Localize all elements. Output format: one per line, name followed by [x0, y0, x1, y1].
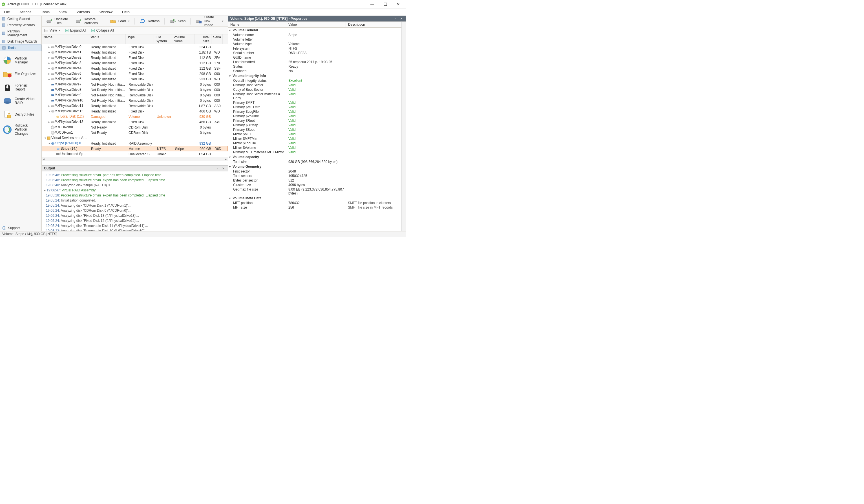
prop-column-value[interactable]: Value [286, 22, 346, 27]
scan-button[interactable]: Scan [166, 17, 189, 25]
restore-partitions-button[interactable]: Restore Partitions [72, 16, 103, 26]
prop-group[interactable]: ▾Volume Meta Data [228, 196, 401, 201]
tree-row[interactable]: ▸\\.\PhysicalDrive11Ready, InitializedRe… [42, 103, 228, 109]
tree-row[interactable]: \\.\PhysicalDrive7Not Ready, Not Initial… [42, 82, 228, 87]
expander-icon[interactable]: ▸ [47, 77, 51, 81]
create-disk-image-button[interactable]: Create Disk Image ▾ [192, 14, 227, 28]
tree-row[interactable]: Unallocated SpaceUnallocated SpaceUnallo… [42, 151, 228, 157]
undelete-files-button[interactable]: Undelete Files [43, 16, 71, 26]
menu-actions[interactable]: Actions [18, 9, 33, 15]
tree-row[interactable]: \\.\PhysicalDrive10Not Ready, Not Initia… [42, 98, 228, 103]
nav-getting-started[interactable]: Getting Started [0, 16, 41, 22]
tree-row[interactable]: ▸\\.\PhysicalDrive5Ready, InitializedFix… [42, 71, 228, 76]
nav-recovery-wizards[interactable]: Recovery Wizards [0, 22, 41, 28]
hdd-icon [51, 56, 55, 60]
minimize-button[interactable]: — [366, 0, 379, 8]
tree-row[interactable]: ▸\\.\PhysicalDrive13Ready, InitializedFi… [42, 119, 228, 124]
tree-row[interactable]: ▸\\.\PhysicalDrive1Ready, InitializedFix… [42, 50, 228, 55]
column-volume-name[interactable]: Volume Name [172, 34, 194, 44]
tool-suit[interactable]: ForensicReport [0, 81, 41, 94]
maximize-button[interactable]: ☐ [379, 0, 392, 8]
svg-text:i: i [4, 227, 4, 230]
tree-row[interactable]: \\.\PhysicalDrive9Not Ready, Not Initial… [42, 93, 228, 98]
column-seria[interactable]: Seria [212, 34, 223, 44]
tree-row[interactable]: ▸\\.\PhysicalDrive4Ready, InitializedFix… [42, 66, 228, 71]
close-button[interactable]: ✕ [392, 0, 405, 8]
prop-row: Get max file size8.00 EB (9,223,372,036,… [228, 187, 401, 196]
tree-row[interactable]: \\.\PhysicalDrive8Not Ready, Not Initial… [42, 87, 228, 93]
prop-group[interactable]: ▾Volume Geometry [228, 164, 401, 169]
expander-icon[interactable]: ▾ [44, 136, 47, 140]
expander-icon[interactable]: ▸ [47, 120, 51, 123]
tree-row[interactable]: ▸\\.\PhysicalDrive6Ready, InitializedFix… [42, 76, 228, 82]
expander-icon[interactable]: ▸ [47, 56, 51, 59]
properties-dock-button[interactable]: ▫ [394, 17, 398, 21]
properties-close-button[interactable]: ✕ [399, 17, 404, 21]
expander-icon[interactable]: ▸ [47, 51, 51, 54]
expander-icon[interactable]: ▸ [47, 104, 51, 107]
tree-row[interactable]: Stripe (14:)ReadyVolumeNTFSStripe930 GBD… [42, 146, 228, 151]
expander-icon[interactable]: ▸ [47, 45, 51, 48]
menu-window[interactable]: Window [98, 9, 114, 15]
tree-row[interactable]: Local Disk (12:)DamagedVolumeUnknown930 … [42, 114, 228, 119]
log-line: 19:05:24: Analyzing disk 'Fixed Disk 13 … [44, 213, 226, 218]
svg-point-59 [51, 110, 55, 112]
prop-group[interactable]: ▾Volume capacity [228, 155, 401, 159]
column-type[interactable]: Type [126, 34, 154, 44]
load-button[interactable]: Load ▾ [107, 17, 133, 25]
prop-group[interactable]: ▾Volume General [228, 28, 401, 33]
tree-row[interactable]: \\.\CDRom1Not ReadyCDRom Disk0 bytes [42, 130, 228, 135]
nav-partition-management[interactable]: Partition Management [0, 28, 41, 38]
svg-rect-26 [199, 21, 202, 23]
nav-disk-image-wizards[interactable]: Disk Image Wizards [0, 38, 41, 45]
output-dock-button[interactable]: ▫ [215, 166, 220, 170]
menu-tools[interactable]: Tools [39, 9, 51, 15]
tool-lock-doc[interactable]: Decrypt Files [0, 108, 41, 121]
tool-raid[interactable]: Create VirtualRAID [0, 94, 41, 108]
property-body[interactable]: ▾Volume GeneralVolume nameStripeVolume l… [228, 28, 401, 231]
svg-point-39 [51, 57, 55, 58]
refresh-button[interactable]: Refresh [136, 17, 163, 25]
vertical-scrollbar[interactable] [401, 22, 406, 231]
menu-wizards[interactable]: Wizards [75, 9, 92, 15]
prop-column-description[interactable]: Description [346, 22, 401, 27]
menu-help[interactable]: Help [120, 9, 131, 15]
tree-row[interactable]: ▾\\.\PhysicalDrive12Ready, InitializedFi… [42, 109, 228, 114]
hdd-icon [51, 109, 55, 113]
column-name[interactable]: Name [42, 34, 88, 44]
tree-row[interactable]: ▾Stripe (RAID 0) 0Ready, InitializedRAID… [42, 141, 228, 146]
tree-row[interactable]: ▾Virtual Devices and Arrays [42, 135, 228, 141]
svg-rect-2 [2, 24, 5, 26]
drive-tree[interactable]: NameStatusTypeFile SystemVolume NameTota… [42, 34, 228, 165]
expander-icon[interactable]: ▾ [47, 142, 51, 145]
nav-tools[interactable]: Tools [0, 45, 41, 51]
menu-view[interactable]: View [58, 9, 69, 15]
output-body[interactable]: 19:06:48: Processing structure of vm_par… [42, 171, 228, 231]
prop-row: ScannedNo [228, 69, 401, 73]
menu-file[interactable]: File [2, 9, 12, 15]
collapse-all-button[interactable]: Collapse All [91, 28, 114, 33]
expander-icon[interactable]: ▸ [47, 67, 51, 70]
expander-icon[interactable]: ▸ [47, 72, 51, 75]
view-button[interactable]: View ▾ [44, 28, 60, 33]
expander-icon[interactable]: ▸ [47, 61, 51, 64]
column-file-system[interactable]: File System [154, 34, 172, 44]
tool-rollback[interactable]: RollbackPartitionChanges [0, 121, 41, 138]
output-close-button[interactable]: ✕ [221, 166, 226, 170]
tree-row[interactable]: ▸\\.\PhysicalDrive3Ready, InitializedFix… [42, 60, 228, 66]
column-total-size[interactable]: Total Size [194, 34, 212, 44]
log-line: 19:05:24: Analyzing disk 'CDRom Disk 0 (… [44, 208, 226, 213]
column-status[interactable]: Status [88, 34, 126, 44]
prop-group[interactable]: ▾Volume integrity info [228, 73, 401, 79]
support-button[interactable]: i Support [0, 225, 41, 231]
prop-row: Mirror $VolumeValid [228, 145, 401, 150]
tool-part-mgr[interactable]: PartitionManager [0, 53, 41, 67]
expand-all-button[interactable]: Expand All [64, 28, 86, 33]
tree-row[interactable]: ▸\\.\PhysicalDrive0Ready, InitializedFix… [42, 44, 228, 50]
expander-icon[interactable]: ▾ [47, 110, 51, 113]
horizontal-scrollbar[interactable]: ◄► [42, 157, 228, 161]
tree-row[interactable]: ▸\\.\PhysicalDrive2Ready, InitializedFix… [42, 55, 228, 60]
tool-folder[interactable]: File Organizer [0, 67, 41, 81]
tree-row[interactable]: \\.\CDRom0Not ReadyCDRom Disk0 bytes [42, 124, 228, 130]
prop-column-name[interactable]: Name [228, 22, 286, 27]
